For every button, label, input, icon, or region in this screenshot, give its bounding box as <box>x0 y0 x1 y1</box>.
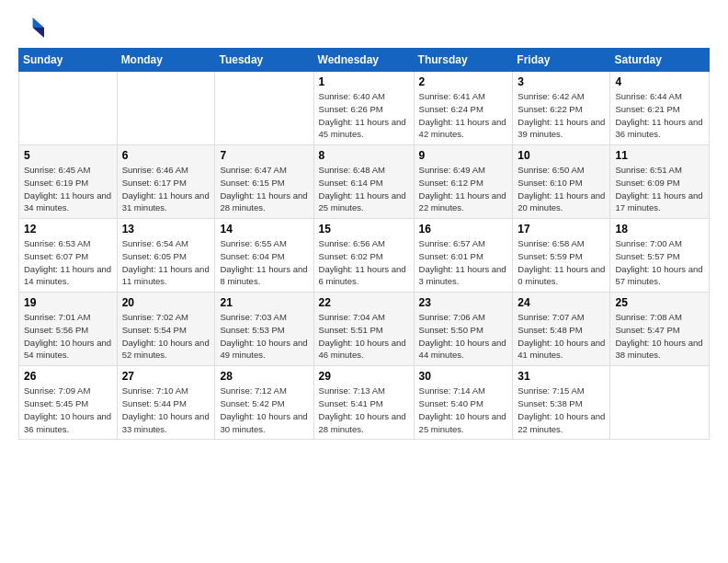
day-number: 7 <box>220 149 308 162</box>
day-cell-14: 14Sunrise: 6:55 AM Sunset: 6:04 PM Dayli… <box>215 219 313 293</box>
day-info: Sunrise: 6:56 AM Sunset: 6:02 PM Dayligh… <box>319 237 409 288</box>
day-cell-7: 7Sunrise: 6:47 AM Sunset: 6:15 PM Daylig… <box>215 145 313 219</box>
day-info: Sunrise: 7:03 AM Sunset: 5:53 PM Dayligh… <box>220 311 308 362</box>
col-header-sunday: Sunday <box>19 49 118 72</box>
day-cell-8: 8Sunrise: 6:48 AM Sunset: 6:14 PM Daylig… <box>313 145 414 219</box>
day-cell-1: 1Sunrise: 6:40 AM Sunset: 6:26 PM Daylig… <box>313 72 414 145</box>
week-row-5: 26Sunrise: 7:09 AM Sunset: 5:45 PM Dayli… <box>19 366 710 440</box>
day-info: Sunrise: 7:07 AM Sunset: 5:48 PM Dayligh… <box>518 311 605 362</box>
day-info: Sunrise: 7:08 AM Sunset: 5:47 PM Dayligh… <box>615 311 704 362</box>
logo <box>18 15 48 40</box>
day-number: 8 <box>319 149 409 162</box>
empty-cell <box>215 72 313 145</box>
day-cell-19: 19Sunrise: 7:01 AM Sunset: 5:56 PM Dayli… <box>19 293 118 366</box>
day-number: 28 <box>220 370 308 383</box>
empty-cell <box>117 72 215 145</box>
day-number: 26 <box>24 370 112 383</box>
day-info: Sunrise: 6:53 AM Sunset: 6:07 PM Dayligh… <box>24 237 112 288</box>
day-cell-11: 11Sunrise: 6:51 AM Sunset: 6:09 PM Dayli… <box>610 145 710 219</box>
day-info: Sunrise: 7:01 AM Sunset: 5:56 PM Dayligh… <box>24 311 112 362</box>
day-cell-6: 6Sunrise: 6:46 AM Sunset: 6:17 PM Daylig… <box>117 145 215 219</box>
day-cell-29: 29Sunrise: 7:13 AM Sunset: 5:41 PM Dayli… <box>313 366 414 440</box>
day-info: Sunrise: 6:48 AM Sunset: 6:14 PM Dayligh… <box>319 164 409 214</box>
col-header-monday: Monday <box>117 49 215 72</box>
header-row: SundayMondayTuesdayWednesdayThursdayFrid… <box>19 49 710 72</box>
day-cell-28: 28Sunrise: 7:12 AM Sunset: 5:42 PM Dayli… <box>215 366 313 440</box>
day-number: 25 <box>615 296 704 309</box>
week-row-4: 19Sunrise: 7:01 AM Sunset: 5:56 PM Dayli… <box>19 293 710 366</box>
day-cell-30: 30Sunrise: 7:14 AM Sunset: 5:40 PM Dayli… <box>414 366 513 440</box>
day-number: 20 <box>122 296 210 309</box>
day-cell-22: 22Sunrise: 7:04 AM Sunset: 5:51 PM Dayli… <box>313 293 414 366</box>
day-number: 14 <box>220 223 308 236</box>
day-number: 3 <box>518 75 605 88</box>
day-cell-26: 26Sunrise: 7:09 AM Sunset: 5:45 PM Dayli… <box>19 366 118 440</box>
empty-cell <box>19 72 118 145</box>
day-number: 1 <box>319 75 409 88</box>
svg-marker-1 <box>33 28 44 38</box>
day-info: Sunrise: 6:55 AM Sunset: 6:04 PM Dayligh… <box>220 237 308 288</box>
day-info: Sunrise: 7:02 AM Sunset: 5:54 PM Dayligh… <box>122 311 210 362</box>
day-info: Sunrise: 7:00 AM Sunset: 5:57 PM Dayligh… <box>615 237 704 288</box>
day-info: Sunrise: 6:41 AM Sunset: 6:24 PM Dayligh… <box>419 90 508 141</box>
day-cell-25: 25Sunrise: 7:08 AM Sunset: 5:47 PM Dayli… <box>610 293 710 366</box>
day-cell-16: 16Sunrise: 6:57 AM Sunset: 6:01 PM Dayli… <box>414 219 513 293</box>
col-header-wednesday: Wednesday <box>313 49 414 72</box>
day-cell-3: 3Sunrise: 6:42 AM Sunset: 6:22 PM Daylig… <box>513 72 610 145</box>
week-row-1: 1Sunrise: 6:40 AM Sunset: 6:26 PM Daylig… <box>19 72 710 145</box>
day-number: 22 <box>319 296 409 309</box>
header <box>18 15 710 40</box>
day-info: Sunrise: 7:06 AM Sunset: 5:50 PM Dayligh… <box>419 311 508 362</box>
svg-marker-0 <box>33 17 44 28</box>
day-number: 4 <box>615 75 704 88</box>
day-number: 27 <box>122 370 210 383</box>
col-header-saturday: Saturday <box>610 49 710 72</box>
day-cell-5: 5Sunrise: 6:45 AM Sunset: 6:19 PM Daylig… <box>19 145 118 219</box>
day-number: 19 <box>24 296 112 309</box>
day-number: 12 <box>24 223 112 236</box>
day-cell-13: 13Sunrise: 6:54 AM Sunset: 6:05 PM Dayli… <box>117 219 215 293</box>
day-cell-20: 20Sunrise: 7:02 AM Sunset: 5:54 PM Dayli… <box>117 293 215 366</box>
day-info: Sunrise: 7:09 AM Sunset: 5:45 PM Dayligh… <box>24 385 112 435</box>
day-cell-24: 24Sunrise: 7:07 AM Sunset: 5:48 PM Dayli… <box>513 293 610 366</box>
calendar-table: SundayMondayTuesdayWednesdayThursdayFrid… <box>18 48 710 440</box>
day-info: Sunrise: 6:49 AM Sunset: 6:12 PM Dayligh… <box>419 164 508 214</box>
day-info: Sunrise: 7:12 AM Sunset: 5:42 PM Dayligh… <box>220 385 308 435</box>
day-number: 13 <box>122 223 210 236</box>
empty-cell <box>610 366 710 440</box>
day-info: Sunrise: 6:44 AM Sunset: 6:21 PM Dayligh… <box>615 90 704 141</box>
day-number: 23 <box>419 296 508 309</box>
day-info: Sunrise: 6:58 AM Sunset: 5:59 PM Dayligh… <box>518 237 605 288</box>
day-info: Sunrise: 6:47 AM Sunset: 6:15 PM Dayligh… <box>220 164 308 214</box>
day-number: 16 <box>419 223 508 236</box>
day-number: 15 <box>319 223 409 236</box>
day-info: Sunrise: 7:04 AM Sunset: 5:51 PM Dayligh… <box>319 311 409 362</box>
day-cell-21: 21Sunrise: 7:03 AM Sunset: 5:53 PM Dayli… <box>215 293 313 366</box>
day-cell-12: 12Sunrise: 6:53 AM Sunset: 6:07 PM Dayli… <box>19 219 118 293</box>
day-number: 18 <box>615 223 704 236</box>
page: SundayMondayTuesdayWednesdayThursdayFrid… <box>0 0 728 454</box>
day-info: Sunrise: 7:10 AM Sunset: 5:44 PM Dayligh… <box>122 385 210 435</box>
day-info: Sunrise: 6:42 AM Sunset: 6:22 PM Dayligh… <box>518 90 605 141</box>
day-number: 31 <box>518 370 605 383</box>
day-number: 6 <box>122 149 210 162</box>
day-info: Sunrise: 7:15 AM Sunset: 5:38 PM Dayligh… <box>518 385 605 435</box>
day-info: Sunrise: 6:45 AM Sunset: 6:19 PM Dayligh… <box>24 164 112 214</box>
day-number: 29 <box>319 370 409 383</box>
day-number: 24 <box>518 296 605 309</box>
day-number: 11 <box>615 149 704 162</box>
week-row-2: 5Sunrise: 6:45 AM Sunset: 6:19 PM Daylig… <box>19 145 710 219</box>
day-number: 5 <box>24 149 112 162</box>
day-info: Sunrise: 6:54 AM Sunset: 6:05 PM Dayligh… <box>122 237 210 288</box>
day-info: Sunrise: 7:14 AM Sunset: 5:40 PM Dayligh… <box>419 385 508 435</box>
day-cell-27: 27Sunrise: 7:10 AM Sunset: 5:44 PM Dayli… <box>117 366 215 440</box>
day-number: 9 <box>419 149 508 162</box>
day-cell-9: 9Sunrise: 6:49 AM Sunset: 6:12 PM Daylig… <box>414 145 513 219</box>
day-info: Sunrise: 6:50 AM Sunset: 6:10 PM Dayligh… <box>518 164 605 214</box>
day-cell-31: 31Sunrise: 7:15 AM Sunset: 5:38 PM Dayli… <box>513 366 610 440</box>
day-cell-17: 17Sunrise: 6:58 AM Sunset: 5:59 PM Dayli… <box>513 219 610 293</box>
week-row-3: 12Sunrise: 6:53 AM Sunset: 6:07 PM Dayli… <box>19 219 710 293</box>
col-header-friday: Friday <box>513 49 610 72</box>
day-cell-23: 23Sunrise: 7:06 AM Sunset: 5:50 PM Dayli… <box>414 293 513 366</box>
day-info: Sunrise: 6:51 AM Sunset: 6:09 PM Dayligh… <box>615 164 704 214</box>
